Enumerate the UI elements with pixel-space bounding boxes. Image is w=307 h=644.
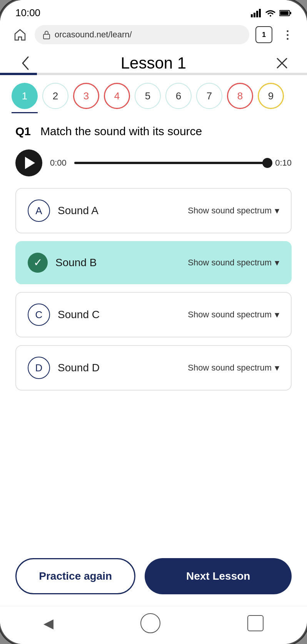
show-spectrum-a-text: Show sound spectrum bbox=[188, 206, 272, 216]
status-icons bbox=[251, 9, 292, 17]
option-circle-c: C bbox=[28, 304, 50, 326]
step-7[interactable]: 7 bbox=[196, 83, 222, 109]
time-end: 0:10 bbox=[275, 158, 292, 168]
question-label: Q1 Match the sound with its source bbox=[15, 125, 292, 138]
svg-rect-2 bbox=[256, 11, 258, 17]
nav-back-button[interactable]: ◀ bbox=[43, 615, 53, 631]
sound-option-c[interactable]: C Sound C Show sound spectrum ▾ bbox=[15, 292, 292, 337]
step-3[interactable]: 3 bbox=[73, 83, 99, 109]
main-content: Q1 Match the sound with its source 0:00 … bbox=[0, 113, 307, 550]
chevron-down-icon-c: ▾ bbox=[275, 309, 279, 320]
svg-rect-6 bbox=[290, 12, 291, 14]
menu-button[interactable]: ⋮ bbox=[279, 26, 295, 43]
option-label-a: Sound A bbox=[58, 205, 180, 217]
audio-player: 0:00 0:10 bbox=[15, 149, 292, 176]
show-spectrum-d-text: Show sound spectrum bbox=[188, 363, 272, 373]
audio-progress-track[interactable] bbox=[74, 162, 267, 164]
svg-rect-7 bbox=[43, 34, 50, 39]
play-icon bbox=[25, 157, 35, 169]
step-4[interactable]: 4 bbox=[104, 83, 130, 109]
tab-button[interactable]: 1 bbox=[255, 26, 272, 43]
show-spectrum-a[interactable]: Show sound spectrum ▾ bbox=[188, 205, 279, 216]
app-header: Lesson 1 bbox=[0, 47, 307, 73]
chevron-down-icon-b: ▾ bbox=[275, 257, 279, 268]
chevron-down-icon-a: ▾ bbox=[275, 205, 279, 216]
practice-again-button[interactable]: Practice again bbox=[15, 558, 135, 594]
svg-rect-5 bbox=[280, 11, 289, 15]
svg-rect-1 bbox=[254, 13, 255, 17]
bottom-actions: Practice again Next Lesson bbox=[0, 550, 307, 606]
option-circle-a: A bbox=[28, 200, 50, 222]
chevron-down-icon-d: ▾ bbox=[275, 362, 279, 373]
step-6[interactable]: 6 bbox=[165, 83, 192, 109]
play-button[interactable] bbox=[15, 149, 42, 176]
sound-option-a[interactable]: A Sound A Show sound spectrum ▾ bbox=[15, 188, 292, 233]
option-label-c: Sound C bbox=[58, 309, 180, 321]
option-label-b: Sound B bbox=[55, 257, 180, 269]
url-text: orcasound.net/learn/ bbox=[55, 30, 132, 40]
step-2[interactable]: 2 bbox=[42, 83, 68, 109]
step-1[interactable]: 1 bbox=[12, 83, 38, 109]
step-indicators: 1 2 3 4 5 6 7 8 9 bbox=[0, 75, 307, 109]
phone-screen: 10:00 bbox=[0, 0, 307, 644]
wifi-icon bbox=[265, 9, 276, 17]
show-spectrum-c[interactable]: Show sound spectrum ▾ bbox=[188, 309, 279, 320]
option-label-d: Sound D bbox=[58, 362, 180, 374]
show-spectrum-c-text: Show sound spectrum bbox=[188, 310, 272, 320]
option-circle-b: ✓ bbox=[28, 253, 48, 273]
step-5[interactable]: 5 bbox=[135, 83, 161, 109]
battery-icon bbox=[279, 10, 292, 17]
audio-progress-thumb[interactable] bbox=[262, 158, 272, 168]
sound-option-d[interactable]: D Sound D Show sound spectrum ▾ bbox=[15, 345, 292, 391]
next-lesson-button[interactable]: Next Lesson bbox=[145, 558, 292, 594]
address-bar[interactable]: orcasound.net/learn/ bbox=[35, 25, 249, 44]
check-icon-b: ✓ bbox=[33, 257, 42, 268]
back-button[interactable] bbox=[15, 54, 35, 73]
nav-recents-button[interactable] bbox=[247, 615, 264, 631]
time-start: 0:00 bbox=[50, 158, 67, 168]
step-underline bbox=[0, 109, 307, 113]
signal-icon bbox=[251, 9, 262, 17]
step-8[interactable]: 8 bbox=[227, 83, 253, 109]
status-time: 10:00 bbox=[15, 7, 40, 19]
step-9[interactable]: 9 bbox=[258, 83, 284, 109]
show-spectrum-d[interactable]: Show sound spectrum ▾ bbox=[188, 362, 279, 373]
phone-frame: 10:00 bbox=[0, 0, 307, 644]
status-bar: 10:00 bbox=[0, 0, 307, 22]
svg-rect-0 bbox=[251, 14, 253, 17]
nav-bar: ◀ bbox=[0, 606, 307, 644]
lesson-title: Lesson 1 bbox=[121, 54, 186, 72]
show-spectrum-b[interactable]: Show sound spectrum ▾ bbox=[188, 257, 279, 268]
nav-home-button[interactable] bbox=[140, 613, 160, 633]
lock-icon bbox=[42, 30, 51, 40]
show-spectrum-b-text: Show sound spectrum bbox=[188, 258, 272, 268]
svg-rect-3 bbox=[259, 9, 261, 17]
home-button[interactable] bbox=[12, 26, 28, 43]
sound-option-b[interactable]: ✓ Sound B Show sound spectrum ▾ bbox=[15, 241, 292, 284]
close-button[interactable] bbox=[272, 54, 292, 73]
browser-bar: orcasound.net/learn/ 1 ⋮ bbox=[0, 22, 307, 47]
option-circle-d: D bbox=[28, 357, 50, 379]
